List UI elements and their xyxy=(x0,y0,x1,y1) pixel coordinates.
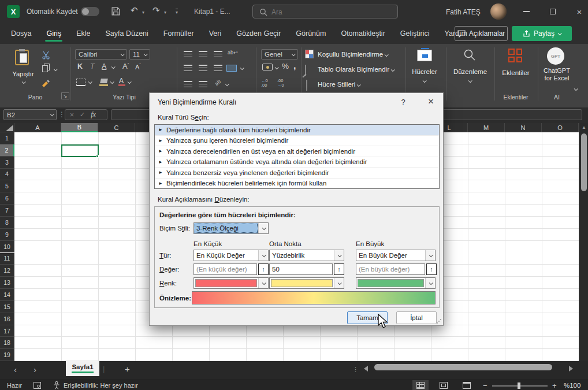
vertical-scrollbar[interactable]: ▲ xyxy=(579,123,588,361)
row-header-3[interactable]: 3 xyxy=(0,157,14,169)
percent-style-icon[interactable]: % xyxy=(282,62,289,70)
row-header-14[interactable]: 14 xyxy=(0,289,14,301)
row-header-5[interactable]: 5 xyxy=(0,180,14,192)
add-sheet-icon[interactable]: + xyxy=(125,364,130,374)
row-header-17[interactable]: 17 xyxy=(0,325,14,337)
format-as-table-button[interactable]: Tablo Olarak Biçimlendir xyxy=(318,66,394,73)
macro-record-icon[interactable] xyxy=(34,382,41,389)
ribbon-tab-7[interactable]: Görünüm xyxy=(288,23,333,44)
increase-decimal-icon[interactable]: ←0.00 xyxy=(261,79,268,88)
combo-arrow[interactable] xyxy=(425,250,435,261)
cells-dropdown-icon[interactable] xyxy=(423,79,427,83)
italic-button[interactable]: T xyxy=(90,62,95,70)
mid-collapse-button[interactable]: ↑ xyxy=(334,263,344,275)
vertical-scroll-thumb[interactable] xyxy=(581,133,587,191)
min-type-combo[interactable]: En Küçük Değer xyxy=(193,250,269,261)
insert-function-icon[interactable]: fx xyxy=(91,110,96,119)
copy-icon[interactable] xyxy=(42,65,48,72)
search-input[interactable] xyxy=(271,7,387,17)
selected-cell[interactable] xyxy=(61,144,99,157)
max-collapse-button[interactable]: ↑ xyxy=(426,263,437,275)
sheet-tab-sayfa1[interactable]: Sayfa1 xyxy=(66,361,99,376)
share-button[interactable]: Paylaş xyxy=(512,26,572,41)
row-header-1[interactable]: 1 xyxy=(0,132,14,144)
column-header-C[interactable]: C xyxy=(98,123,135,132)
decrease-decimal-icon[interactable]: .00→0 xyxy=(277,79,284,88)
copy-dropdown-icon[interactable] xyxy=(54,67,58,71)
ribbon-tab-2[interactable]: Ekle xyxy=(69,23,98,44)
ribbon-tab-3[interactable]: Sayfa Düzeni xyxy=(98,23,155,44)
row-header-19[interactable]: 19 xyxy=(0,349,14,361)
rule-type-item-4[interactable]: ►Yalnızca benzersiz veya yinelenen değer… xyxy=(155,168,439,179)
rule-type-item-3[interactable]: ►Yalnızca ortalamanın üstünde veya altın… xyxy=(155,157,439,168)
column-header-B[interactable]: B xyxy=(61,123,98,132)
borders-icon[interactable] xyxy=(76,79,85,86)
ribbon-tab-1[interactable]: Giriş xyxy=(39,23,69,44)
column-header-M[interactable]: M xyxy=(468,123,505,132)
orientation-dropdown-icon[interactable] xyxy=(225,82,229,86)
align-top-icon[interactable] xyxy=(184,51,192,57)
close-button[interactable]: × xyxy=(571,5,588,18)
rule-type-item-0[interactable]: ►Değerlerine bağlı olarak tüm hücreleri … xyxy=(155,125,439,136)
view-page-break-button[interactable] xyxy=(459,380,475,390)
prev-sheet-icon[interactable]: ‹ xyxy=(14,365,17,374)
save-icon[interactable] xyxy=(111,6,121,16)
collapse-ribbon-icon[interactable] xyxy=(574,87,578,91)
paste-button[interactable]: Yapıştır xyxy=(8,70,38,77)
zoom-level[interactable]: %100 xyxy=(564,382,580,389)
fill-handle[interactable] xyxy=(96,155,99,158)
maximize-button[interactable] xyxy=(544,5,561,18)
confirm-entry-icon[interactable]: ✓ xyxy=(80,111,85,118)
dialog-resize-grip[interactable] xyxy=(436,318,441,324)
underline-dropdown-icon[interactable] xyxy=(111,65,116,69)
orientation-icon[interactable]: ab xyxy=(214,79,222,87)
cancel-button[interactable]: İptal xyxy=(396,311,437,324)
search-box[interactable] xyxy=(252,5,398,18)
combo-arrow[interactable] xyxy=(258,223,268,233)
format-painter-icon[interactable] xyxy=(41,80,50,89)
pano-dialog-launcher-icon[interactable]: ↘ xyxy=(61,92,69,99)
combo-arrow[interactable] xyxy=(258,250,268,261)
row-header-10[interactable]: 10 xyxy=(0,241,14,253)
accessibility-icon[interactable] xyxy=(53,381,61,389)
row-header-9[interactable]: 9 xyxy=(0,229,14,241)
decrease-indent-icon[interactable] xyxy=(184,81,192,87)
avatar[interactable] xyxy=(490,3,507,20)
row-header-8[interactable]: 8 xyxy=(0,217,14,229)
combo-arrow[interactable] xyxy=(258,278,268,288)
row-header-7[interactable]: 7 xyxy=(0,205,14,217)
redo-icon[interactable]: ↷ xyxy=(152,6,160,14)
increase-indent-icon[interactable] xyxy=(199,81,207,87)
max-color-combo[interactable] xyxy=(356,277,436,289)
currency-icon[interactable] xyxy=(262,64,273,70)
autosave-toggle[interactable] xyxy=(81,7,99,16)
row-header-4[interactable]: 4 xyxy=(0,169,14,181)
editing-button[interactable]: Düzenleme xyxy=(446,68,494,75)
borders-dropdown-icon[interactable] xyxy=(88,80,92,84)
format-style-combo[interactable]: 3-Renk Ölçeği xyxy=(193,222,269,234)
horizontal-scroll-thumb[interactable] xyxy=(374,364,552,370)
column-header-O[interactable]: O xyxy=(542,123,579,132)
zoom-slider-thumb[interactable] xyxy=(518,382,520,389)
comments-button[interactable]: Açıklamalar xyxy=(455,26,508,41)
next-sheet-icon[interactable]: › xyxy=(34,365,36,374)
shrink-font-button[interactable]: Aˇ xyxy=(135,62,141,70)
rule-type-item-1[interactable]: ►Yalnızca şunu içeren hücreleri biçimlen… xyxy=(155,136,439,147)
currency-dropdown-icon[interactable] xyxy=(275,65,279,69)
fill-color-dropdown-icon[interactable] xyxy=(110,80,114,84)
min-color-combo[interactable] xyxy=(193,277,269,289)
min-value-field[interactable]: (En küçük değer) xyxy=(193,263,257,275)
row-header-13[interactable]: 13 xyxy=(0,277,14,289)
fill-color-icon[interactable] xyxy=(100,79,108,83)
zoom-out-icon[interactable]: − xyxy=(483,381,487,390)
editing-dropdown-icon[interactable] xyxy=(468,79,472,83)
cut-icon[interactable] xyxy=(42,51,50,60)
wrap-text-icon[interactable]: ab↩ xyxy=(228,50,238,55)
rule-type-item-2[interactable]: ►Yalnızca derecelendirilen en üst veya e… xyxy=(155,146,439,157)
align-right-icon[interactable] xyxy=(214,65,222,71)
addins-button[interactable]: Eklentiler xyxy=(496,69,536,76)
ribbon-tab-6[interactable]: Gözden Geçir xyxy=(229,23,288,44)
undo-icon[interactable]: ↶ xyxy=(131,6,138,14)
ribbon-tab-0[interactable]: Dosya xyxy=(3,23,39,44)
grow-font-button[interactable]: Aˆ xyxy=(122,62,129,70)
